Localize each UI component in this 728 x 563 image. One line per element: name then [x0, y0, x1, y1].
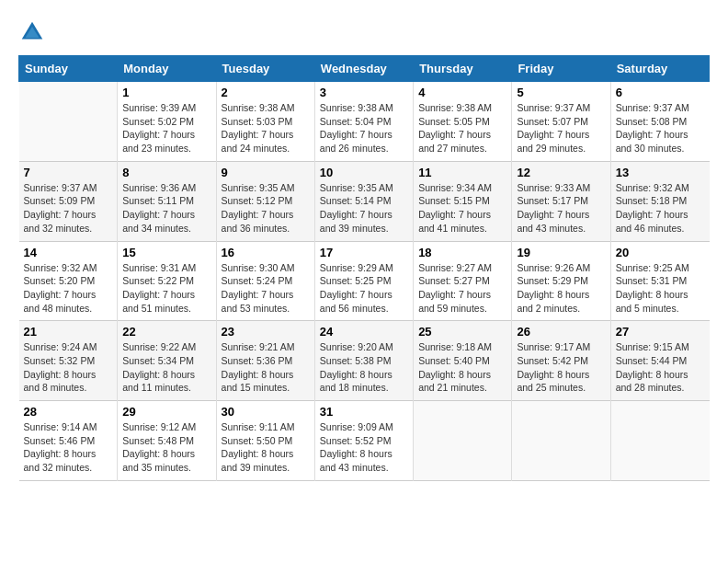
day-info: Sunrise: 9:18 AMSunset: 5:40 PMDaylight:… [418, 340, 506, 395]
day-info: Sunrise: 9:09 AMSunset: 5:52 PMDaylight:… [320, 420, 408, 475]
day-number: 3 [320, 86, 408, 99]
day-number: 7 [24, 166, 113, 179]
day-info: Sunrise: 9:35 AMSunset: 5:14 PMDaylight:… [320, 181, 408, 236]
day-number: 2 [222, 86, 310, 99]
day-cell: 11Sunrise: 9:34 AMSunset: 5:15 PMDayligh… [414, 161, 512, 241]
logo-icon [18, 18, 46, 46]
day-number: 9 [222, 166, 310, 179]
day-info: Sunrise: 9:32 AMSunset: 5:18 PMDaylight:… [616, 181, 705, 236]
week-row-3: 14Sunrise: 9:32 AMSunset: 5:20 PMDayligh… [19, 241, 710, 321]
day-info: Sunrise: 9:37 AMSunset: 5:09 PMDaylight:… [24, 181, 113, 236]
day-cell: 5Sunrise: 9:37 AMSunset: 5:07 PMDaylight… [512, 82, 610, 162]
day-number: 27 [616, 325, 705, 339]
day-number: 5 [517, 86, 605, 99]
day-info: Sunrise: 9:20 AMSunset: 5:38 PMDaylight:… [320, 340, 408, 395]
day-cell: 9Sunrise: 9:35 AMSunset: 5:12 PMDaylight… [216, 161, 314, 241]
day-info: Sunrise: 9:37 AMSunset: 5:07 PMDaylight:… [517, 101, 605, 155]
day-cell: 8Sunrise: 9:36 AMSunset: 5:11 PMDaylight… [118, 161, 216, 241]
day-cell: 15Sunrise: 9:31 AMSunset: 5:22 PMDayligh… [118, 241, 216, 321]
day-cell: 27Sunrise: 9:15 AMSunset: 5:44 PMDayligh… [610, 321, 709, 401]
day-cell: 13Sunrise: 9:32 AMSunset: 5:18 PMDayligh… [610, 161, 709, 241]
day-number: 18 [418, 246, 506, 259]
day-cell [512, 401, 610, 481]
day-number: 29 [122, 405, 210, 419]
day-info: Sunrise: 9:12 AMSunset: 5:48 PMDaylight:… [122, 420, 210, 475]
day-number: 25 [418, 325, 506, 339]
day-cell [414, 401, 512, 481]
day-number: 21 [24, 325, 113, 339]
week-row-5: 28Sunrise: 9:14 AMSunset: 5:46 PMDayligh… [19, 401, 710, 481]
day-info: Sunrise: 9:38 AMSunset: 5:04 PMDaylight:… [320, 101, 408, 155]
header [18, 18, 710, 46]
day-cell: 12Sunrise: 9:33 AMSunset: 5:17 PMDayligh… [512, 161, 610, 241]
day-cell: 4Sunrise: 9:38 AMSunset: 5:05 PMDaylight… [414, 82, 512, 162]
day-cell: 24Sunrise: 9:20 AMSunset: 5:38 PMDayligh… [314, 321, 413, 401]
day-cell: 3Sunrise: 9:38 AMSunset: 5:04 PMDaylight… [314, 82, 413, 162]
day-cell: 30Sunrise: 9:11 AMSunset: 5:50 PMDayligh… [216, 401, 314, 481]
day-info: Sunrise: 9:39 AMSunset: 5:02 PMDaylight:… [122, 101, 210, 155]
logo [18, 18, 50, 46]
day-cell: 2Sunrise: 9:38 AMSunset: 5:03 PMDaylight… [216, 82, 314, 162]
weekday-header-row: SundayMondayTuesdayWednesdayThursdayFrid… [19, 56, 710, 82]
weekday-header-sunday: Sunday [19, 56, 118, 82]
weekday-header-tuesday: Tuesday [216, 56, 314, 82]
day-cell: 28Sunrise: 9:14 AMSunset: 5:46 PMDayligh… [19, 401, 118, 481]
day-cell: 26Sunrise: 9:17 AMSunset: 5:42 PMDayligh… [512, 321, 610, 401]
day-number: 23 [222, 325, 310, 339]
day-cell [610, 401, 709, 481]
day-info: Sunrise: 9:32 AMSunset: 5:20 PMDaylight:… [24, 261, 113, 316]
day-info: Sunrise: 9:38 AMSunset: 5:03 PMDaylight:… [222, 101, 310, 155]
day-cell: 16Sunrise: 9:30 AMSunset: 5:24 PMDayligh… [216, 241, 314, 321]
day-info: Sunrise: 9:31 AMSunset: 5:22 PMDaylight:… [122, 261, 210, 316]
day-number: 6 [616, 86, 705, 99]
day-cell: 14Sunrise: 9:32 AMSunset: 5:20 PMDayligh… [19, 241, 118, 321]
day-number: 1 [122, 86, 210, 99]
day-cell: 22Sunrise: 9:22 AMSunset: 5:34 PMDayligh… [118, 321, 216, 401]
day-info: Sunrise: 9:37 AMSunset: 5:08 PMDaylight:… [616, 101, 705, 155]
day-number: 11 [418, 166, 506, 179]
day-number: 30 [222, 405, 310, 419]
day-cell: 18Sunrise: 9:27 AMSunset: 5:27 PMDayligh… [414, 241, 512, 321]
day-info: Sunrise: 9:29 AMSunset: 5:25 PMDaylight:… [320, 261, 408, 316]
day-cell: 23Sunrise: 9:21 AMSunset: 5:36 PMDayligh… [216, 321, 314, 401]
day-number: 24 [320, 325, 408, 339]
day-number: 20 [616, 246, 705, 259]
day-info: Sunrise: 9:25 AMSunset: 5:31 PMDaylight:… [616, 261, 705, 316]
week-row-4: 21Sunrise: 9:24 AMSunset: 5:32 PMDayligh… [19, 321, 710, 401]
weekday-header-wednesday: Wednesday [314, 56, 413, 82]
day-info: Sunrise: 9:35 AMSunset: 5:12 PMDaylight:… [222, 181, 310, 236]
day-info: Sunrise: 9:27 AMSunset: 5:27 PMDaylight:… [418, 261, 506, 316]
day-info: Sunrise: 9:26 AMSunset: 5:29 PMDaylight:… [517, 261, 605, 316]
day-number: 4 [418, 86, 506, 99]
day-info: Sunrise: 9:14 AMSunset: 5:46 PMDaylight:… [24, 420, 113, 475]
day-cell: 21Sunrise: 9:24 AMSunset: 5:32 PMDayligh… [19, 321, 118, 401]
day-cell [19, 82, 118, 162]
day-info: Sunrise: 9:34 AMSunset: 5:15 PMDaylight:… [418, 181, 506, 236]
week-row-1: 1Sunrise: 9:39 AMSunset: 5:02 PMDaylight… [19, 82, 710, 162]
day-number: 16 [222, 246, 310, 259]
day-number: 13 [616, 166, 705, 179]
day-cell: 6Sunrise: 9:37 AMSunset: 5:08 PMDaylight… [610, 82, 709, 162]
calendar-table: SundayMondayTuesdayWednesdayThursdayFrid… [18, 55, 710, 481]
day-cell: 19Sunrise: 9:26 AMSunset: 5:29 PMDayligh… [512, 241, 610, 321]
weekday-header-friday: Friday [512, 56, 610, 82]
day-info: Sunrise: 9:36 AMSunset: 5:11 PMDaylight:… [122, 181, 210, 236]
day-cell: 29Sunrise: 9:12 AMSunset: 5:48 PMDayligh… [118, 401, 216, 481]
day-info: Sunrise: 9:17 AMSunset: 5:42 PMDaylight:… [517, 340, 605, 395]
day-number: 15 [122, 246, 210, 259]
day-cell: 31Sunrise: 9:09 AMSunset: 5:52 PMDayligh… [314, 401, 413, 481]
week-row-2: 7Sunrise: 9:37 AMSunset: 5:09 PMDaylight… [19, 161, 710, 241]
day-number: 12 [517, 166, 605, 179]
day-number: 8 [122, 166, 210, 179]
day-info: Sunrise: 9:21 AMSunset: 5:36 PMDaylight:… [222, 340, 310, 395]
day-info: Sunrise: 9:22 AMSunset: 5:34 PMDaylight:… [122, 340, 210, 395]
day-info: Sunrise: 9:33 AMSunset: 5:17 PMDaylight:… [517, 181, 605, 236]
day-cell: 25Sunrise: 9:18 AMSunset: 5:40 PMDayligh… [414, 321, 512, 401]
day-number: 14 [24, 246, 113, 259]
day-info: Sunrise: 9:38 AMSunset: 5:05 PMDaylight:… [418, 101, 506, 155]
day-cell: 17Sunrise: 9:29 AMSunset: 5:25 PMDayligh… [314, 241, 413, 321]
day-info: Sunrise: 9:15 AMSunset: 5:44 PMDaylight:… [616, 340, 705, 395]
day-number: 22 [122, 325, 210, 339]
calendar-container: SundayMondayTuesdayWednesdayThursdayFrid… [0, 0, 728, 490]
day-cell: 10Sunrise: 9:35 AMSunset: 5:14 PMDayligh… [314, 161, 413, 241]
